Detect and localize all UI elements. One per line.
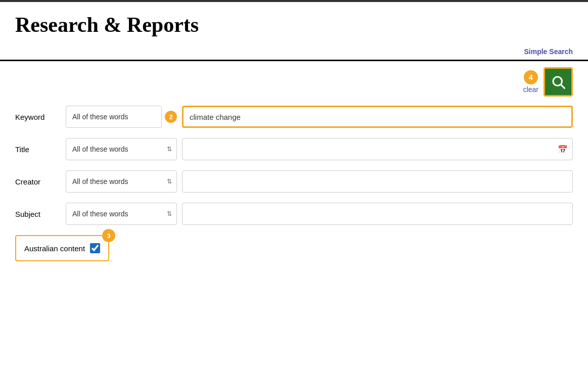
badge-4: 4 (524, 70, 538, 84)
title-row: Title All of these words Any of these wo… (15, 138, 573, 160)
australian-content-row: Australian content 3 (15, 235, 109, 261)
australian-content-checkbox[interactable] (90, 243, 100, 253)
badge-2: 2 (165, 111, 177, 123)
title-label: Title (15, 145, 66, 154)
title-input-wrapper: 📅 (182, 138, 573, 160)
clear-link[interactable]: clear (523, 85, 538, 94)
svg-line-1 (561, 85, 565, 88)
page-title: Research & Reports (15, 12, 573, 37)
calendar-icon: 📅 (558, 145, 568, 154)
search-form: Keyword All of these words Any of these … (0, 101, 588, 271)
keyword-input[interactable] (182, 106, 573, 128)
title-select[interactable]: All of these words Any of these words No… (66, 138, 177, 160)
badge-3: 3 (102, 229, 115, 242)
simple-search-bar: Simple Search (0, 42, 588, 61)
creator-input[interactable] (182, 170, 573, 193)
subject-row: Subject All of these words Any of these … (15, 203, 573, 225)
subject-select[interactable]: All of these words Any of these words No… (66, 203, 177, 225)
creator-row: Creator All of these words Any of these … (15, 170, 573, 193)
subject-label: Subject (15, 210, 66, 218)
creator-input-wrapper (182, 170, 573, 193)
creator-select[interactable]: All of these words Any of these words No… (66, 170, 177, 193)
keyword-row: Keyword All of these words Any of these … (15, 106, 573, 128)
title-select-wrapper: All of these words Any of these words No… (66, 138, 177, 160)
search-icon (551, 74, 566, 89)
subject-input-wrapper (182, 203, 573, 225)
badge4-wrapper: 4 clear (523, 70, 538, 94)
search-controls-row: 4 clear (0, 61, 588, 101)
creator-label: Creator (15, 177, 66, 186)
australian-content-label: Australian content (24, 244, 85, 253)
keyword-select-wrapper: All of these words Any of these words No… (66, 106, 177, 128)
search-button[interactable] (544, 67, 573, 97)
title-input[interactable] (182, 138, 573, 160)
subject-input[interactable] (182, 203, 573, 225)
subject-select-wrapper: All of these words Any of these words No… (66, 203, 177, 225)
keyword-select[interactable]: All of these words Any of these words No… (66, 106, 162, 128)
simple-search-link[interactable]: Simple Search (524, 48, 573, 56)
creator-select-wrapper: All of these words Any of these words No… (66, 170, 177, 193)
keyword-label: Keyword (15, 113, 66, 121)
page-header: Research & Reports (0, 2, 588, 42)
